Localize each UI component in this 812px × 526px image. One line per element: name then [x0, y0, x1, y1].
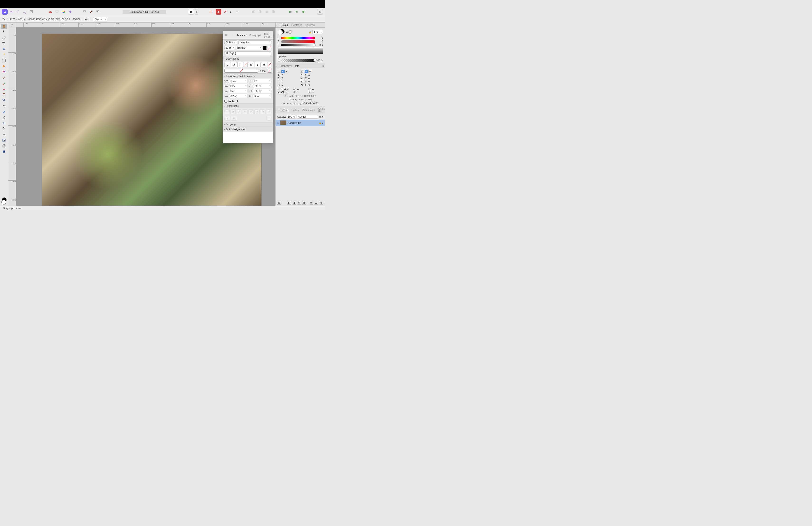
clone-tool[interactable]: [1, 92, 8, 97]
shear-field[interactable]: 0 °: [253, 79, 271, 83]
saturation-slider[interactable]: [281, 40, 315, 43]
color-wheel-button[interactable]: [61, 9, 67, 15]
layer-row[interactable]: ◇ Background 🔒●: [276, 119, 325, 126]
selection-invert-button[interactable]: [95, 9, 101, 15]
subscript-button[interactable]: S₂: [254, 109, 260, 114]
no-break-checkbox[interactable]: [224, 100, 228, 103]
leading-field[interactable]: (12 pt): [229, 94, 247, 98]
account-button[interactable]: [317, 9, 323, 15]
ligature-button[interactable]: fi: [224, 109, 230, 114]
develop-persona-button[interactable]: [15, 9, 21, 15]
strike-color-none[interactable]: [267, 62, 271, 67]
smallcaps-button[interactable]: Tᴛ: [260, 109, 265, 114]
history-tab[interactable]: History: [290, 108, 301, 112]
blend-mode-select[interactable]: Normal: [297, 115, 318, 118]
photo-persona-button[interactable]: [2, 9, 8, 15]
typography-section[interactable]: Typography: [223, 103, 273, 108]
panel-menu-icon[interactable]: ≡: [272, 34, 275, 37]
double-underline-button[interactable]: U: [237, 62, 243, 67]
selection-add-button[interactable]: [82, 9, 87, 15]
font-family-select[interactable]: Helvetica: [238, 40, 271, 44]
font-collection-select[interactable]: All Fonts: [224, 40, 237, 44]
snap-2-button[interactable]: [294, 9, 300, 15]
text-style-select[interactable]: [No Style]: [224, 51, 271, 55]
gradient-tool[interactable]: [1, 69, 8, 74]
vscale-field[interactable]: 100 %: [253, 89, 271, 93]
lightness-slider[interactable]: [281, 44, 315, 46]
colour-tab[interactable]: Colour: [279, 23, 290, 27]
language-section[interactable]: Language: [223, 122, 273, 127]
info-tab[interactable]: Info: [293, 63, 301, 68]
zoom-tool[interactable]: [1, 98, 8, 103]
strikethrough2-button[interactable]: S: [255, 62, 260, 67]
layer-mask-icon[interactable]: ▦: [277, 201, 281, 204]
discretionary-button[interactable]: ct: [230, 109, 235, 114]
brush-tool[interactable]: [1, 75, 8, 80]
text-styles-tab[interactable]: Text Styles: [262, 31, 272, 39]
leading-override-field[interactable]: None: [253, 94, 271, 98]
hue-slider[interactable]: [281, 37, 315, 39]
selection-clear-button[interactable]: [88, 9, 94, 15]
mesh-tool[interactable]: [1, 143, 8, 148]
panel-close-icon[interactable]: ✕: [224, 34, 228, 37]
opacity-value[interactable]: 100 %: [316, 59, 323, 62]
panel-grip-icon[interactable]: ⋮⋮: [276, 65, 279, 67]
adjustment-tab[interactable]: Adjustment: [301, 108, 317, 112]
baseline-field[interactable]: 0 pt: [229, 89, 247, 93]
marquee-tool[interactable]: [1, 58, 8, 63]
info-picker-2-target[interactable]: ⊕: [308, 70, 312, 73]
typo-extra-1[interactable]: ⊞: [224, 116, 230, 121]
double-strike-button[interactable]: S: [261, 62, 267, 67]
typo-more-button[interactable]: …: [266, 116, 271, 121]
tone-map-persona-button[interactable]: [22, 9, 28, 15]
export-persona-button[interactable]: [29, 9, 34, 15]
layer-name[interactable]: Background: [288, 122, 301, 124]
snap-3-button[interactable]: [301, 9, 306, 15]
erase-tool[interactable]: [1, 86, 8, 91]
info-picker-2-cursor[interactable]: [305, 70, 308, 73]
node-tool[interactable]: [1, 126, 8, 131]
layer-add-icon[interactable]: ☰: [314, 201, 318, 204]
colour-lock-icon[interactable]: 🔒: [309, 31, 311, 33]
layer-adjust-icon[interactable]: ◐: [287, 201, 291, 204]
liquify-persona-button[interactable]: [9, 9, 14, 15]
underline2-button[interactable]: U: [231, 62, 237, 67]
canvas-viewport[interactable]: ✕ ⋮⋮ Character Paragraph Text Styles ≡ A…: [16, 27, 275, 205]
move-tool[interactable]: [1, 29, 8, 34]
layer-visible-icon[interactable]: ●: [322, 115, 323, 118]
character-panel[interactable]: ✕ ⋮⋮ Character Paragraph Text Styles ≡ A…: [223, 31, 273, 143]
distribute-button[interactable]: [216, 9, 221, 15]
panel-grip-icon[interactable]: ⋮⋮: [276, 109, 279, 111]
paragraph-tab[interactable]: Paragraph: [248, 33, 262, 38]
hue-value[interactable]: 0: [316, 37, 323, 39]
panel-menu-icon[interactable]: ≡: [321, 65, 325, 67]
kerning-field[interactable]: (0 ‰): [229, 79, 247, 83]
inpaint-tool[interactable]: [1, 109, 8, 114]
layer-fx-icon[interactable]: ◑: [292, 201, 296, 204]
tracking-field[interactable]: 0 ‰: [229, 84, 247, 88]
decoration-outline-swatch[interactable]: [267, 69, 271, 73]
layer-live-icon[interactable]: fx: [297, 201, 301, 204]
panel-grip-icon[interactable]: ⋮⋮: [228, 34, 234, 37]
superscript-button[interactable]: S²: [248, 109, 253, 114]
text-tool[interactable]: A: [1, 138, 8, 143]
strikethrough-button[interactable]: S: [248, 62, 254, 67]
brushes-tab[interactable]: Brushes: [304, 23, 316, 27]
underline-button[interactable]: U: [224, 62, 230, 67]
align-button[interactable]: [209, 9, 215, 15]
mixer-brush-tool[interactable]: [1, 81, 8, 86]
allcaps-button[interactable]: T↑: [266, 109, 271, 114]
info-picker-1-cursor[interactable]: [281, 70, 285, 73]
flood-select-tool[interactable]: [1, 52, 8, 57]
panel-grip-icon[interactable]: ⋮⋮: [276, 24, 279, 26]
assistant-button[interactable]: [234, 9, 240, 15]
text-stroke-swatch[interactable]: [267, 46, 271, 50]
snap-button[interactable]: [287, 9, 293, 15]
layer-fx-icon[interactable]: ⚙: [319, 115, 321, 118]
layers-tab[interactable]: Layers: [279, 108, 290, 112]
info-picker-1-target[interactable]: ⊕: [285, 70, 289, 73]
opacity-slider[interactable]: [281, 59, 315, 61]
color-picker-tool[interactable]: [1, 35, 8, 40]
colour-mode-select[interactable]: HSL: [313, 30, 323, 34]
fill-tool[interactable]: [1, 63, 8, 69]
